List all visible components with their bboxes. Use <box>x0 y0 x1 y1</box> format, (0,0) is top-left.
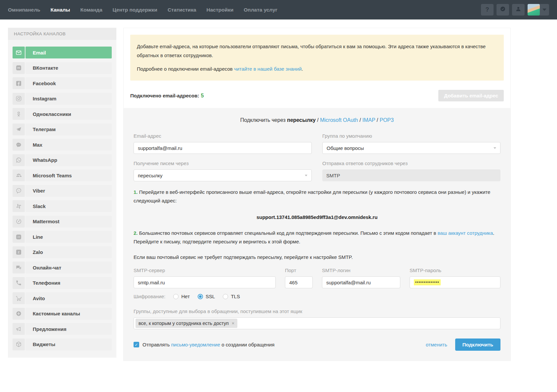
sidebar-item-microsoft-teams[interactable]: Microsoft Teams <box>13 169 112 181</box>
plus-icon <box>13 308 25 320</box>
odnoklassniki-icon <box>13 108 25 120</box>
tab-separator: / <box>316 117 320 123</box>
help-icon: ? <box>486 6 489 13</box>
nav-item-channels[interactable]: Каналы <box>51 7 70 13</box>
sidebar-item-label: Line <box>25 231 112 243</box>
sidebar-item-email[interactable]: Email <box>13 47 112 58</box>
step-2-body-pre: Большинство почтовых сервисов отправляет… <box>138 230 438 236</box>
default-group-select[interactable]: Общие вопросы <box>322 142 500 154</box>
sidebar-item-offers[interactable]: Предложения <box>13 323 112 335</box>
verified-badge-icon <box>499 6 506 14</box>
group-tag: все, к которым у сотрудника есть доступ … <box>136 319 237 328</box>
encryption-radio-none[interactable]: Нет <box>173 294 190 299</box>
tab-separator: / <box>358 117 362 123</box>
step-2-text: 2. Большинство почтовых сервисов отправл… <box>134 229 500 246</box>
nav-item-team[interactable]: Команда <box>80 7 102 13</box>
sidebar-item-online-chat[interactable]: Онлайн-чат <box>13 262 112 273</box>
tab-microsoft-oauth[interactable]: Microsoft OAuth <box>320 117 358 123</box>
sidebar-item-label: Одноклассники <box>25 108 112 120</box>
sidebar-item-instagram[interactable]: Instagram <box>13 93 112 105</box>
chevron-down-icon <box>305 175 307 176</box>
sidebar-item-label: Slack <box>25 200 112 212</box>
sidebar-item-label: Виджеты <box>25 339 112 350</box>
badge-button[interactable] <box>497 4 509 16</box>
help-button[interactable]: ? <box>481 4 494 16</box>
sidebar-item-label: WhatsApp <box>25 154 112 166</box>
cart-icon <box>13 292 25 304</box>
receive-via-select[interactable]: пересылку <box>134 169 312 181</box>
send-via-readonly: SMTP <box>322 169 500 181</box>
facebook-icon <box>13 77 25 89</box>
nav-item-statistics[interactable]: Статистика <box>168 7 196 13</box>
sidebar-item-label: Viber <box>25 185 112 197</box>
sidebar-item-telegram[interactable]: Телеграм <box>13 124 112 135</box>
sidebar-item-odnoklassniki[interactable]: Одноклассники <box>13 108 112 120</box>
radio-label: TLS <box>231 294 240 299</box>
sidebar-list: Email VK ВКонтакте Facebook Instagram Од… <box>8 40 116 350</box>
nav-item-settings[interactable]: Настройки <box>207 7 234 13</box>
tab-pop3[interactable]: POP3 <box>379 117 394 123</box>
send-via-label: Отправка ответов сотрудников через <box>322 160 500 166</box>
sidebar-item-telephony[interactable]: Телефония <box>13 277 112 289</box>
notification-letter-link[interactable]: письмо-уведомление <box>171 342 220 347</box>
connect-button[interactable]: Подключить <box>455 339 500 351</box>
nav-item-omnipanel[interactable]: Омнипанель <box>8 7 40 13</box>
tab-imap[interactable]: IMAP <box>362 117 375 123</box>
encryption-radio-ssl[interactable]: SSL <box>198 294 215 299</box>
sidebar-item-avito[interactable]: Avito <box>13 292 112 304</box>
sidebar-item-custom-channels[interactable]: Кастомные каналы <box>13 308 112 320</box>
sidebar-item-whatsapp[interactable]: WhatsApp <box>13 154 112 166</box>
default-group-label: Группа по умолчанию <box>322 133 500 139</box>
smtp-port-label: Порт <box>285 267 313 273</box>
notice-text: Добавьте email-адреса, на которые пользо… <box>137 42 497 60</box>
email-address-field[interactable] <box>134 142 312 154</box>
receive-via-value: пересылку <box>138 173 162 178</box>
account-menu[interactable] <box>528 4 549 16</box>
step-1-number: 1. <box>134 189 138 195</box>
svg-text:Z: Z <box>18 251 20 254</box>
groups-tag-input[interactable]: все, к которым у сотрудника есть доступ … <box>134 317 500 329</box>
cancel-link[interactable]: отменить <box>426 342 447 347</box>
profile-button[interactable] <box>512 4 525 16</box>
viber-icon <box>13 185 25 197</box>
chat-icon <box>13 262 25 273</box>
smtp-login-field[interactable] <box>322 276 400 288</box>
sidebar-item-line[interactable]: LINE Line <box>13 231 112 243</box>
avatar <box>528 4 540 16</box>
smtp-server-field[interactable] <box>134 276 276 288</box>
nav-item-billing[interactable]: Оплата услуг <box>244 7 277 13</box>
instagram-icon <box>13 93 25 105</box>
sidebar-item-viber[interactable]: Viber <box>13 185 112 197</box>
sidebar-item-vkontakte[interactable]: VK ВКонтакте <box>13 62 112 74</box>
connect-method-tabs: Подключить через пересылку / Microsoft O… <box>134 117 500 123</box>
top-bar: Омнипанель Каналы Команда Центр поддержк… <box>0 0 557 19</box>
sidebar-item-label: Email <box>25 47 112 58</box>
sidebar-item-max[interactable]: Max <box>13 139 112 151</box>
smtp-password-field[interactable]: •••••••••••••• <box>410 276 500 288</box>
sidebar-item-zalo[interactable]: Z Zalo <box>13 246 112 258</box>
notify-checkbox[interactable]: ✓ <box>134 342 139 347</box>
radio-label: Нет <box>181 294 190 299</box>
telegram-icon <box>13 124 25 135</box>
sidebar-item-label: Кастомные каналы <box>25 308 112 320</box>
sidebar-item-mattermost[interactable]: Mattermost <box>13 216 112 228</box>
staff-account-link[interactable]: ваш аккаунт сотрудника <box>438 230 493 236</box>
encryption-label: Шифрование: <box>134 294 165 299</box>
sidebar-item-label: Телефония <box>25 277 112 289</box>
connected-count-label: Подключено email-адресов: <box>130 93 199 98</box>
knowledge-base-link[interactable]: читайте в нашей базе знаний <box>234 66 302 72</box>
encryption-radio-tls[interactable]: TLS <box>223 294 240 299</box>
nav-item-support-center[interactable]: Центр поддержки <box>113 7 157 13</box>
main-nav: Омнипанель Каналы Команда Центр поддержк… <box>8 7 277 13</box>
smtp-port-field[interactable] <box>285 276 313 288</box>
add-email-button[interactable]: Добавить email-адрес <box>438 90 504 101</box>
slack-icon <box>13 200 25 212</box>
connected-count-value: 5 <box>201 93 204 99</box>
person-icon <box>515 6 522 14</box>
sidebar-item-label: Avito <box>25 292 112 304</box>
sidebar-item-slack[interactable]: Slack <box>13 200 112 212</box>
forwarding-address: support.13741.085a8985ed9ff3a1@dev.omnid… <box>134 214 500 220</box>
remove-tag-icon[interactable]: × <box>232 321 234 326</box>
sidebar-item-widgets[interactable]: Виджеты <box>13 339 112 350</box>
sidebar-item-facebook[interactable]: Facebook <box>13 77 112 89</box>
